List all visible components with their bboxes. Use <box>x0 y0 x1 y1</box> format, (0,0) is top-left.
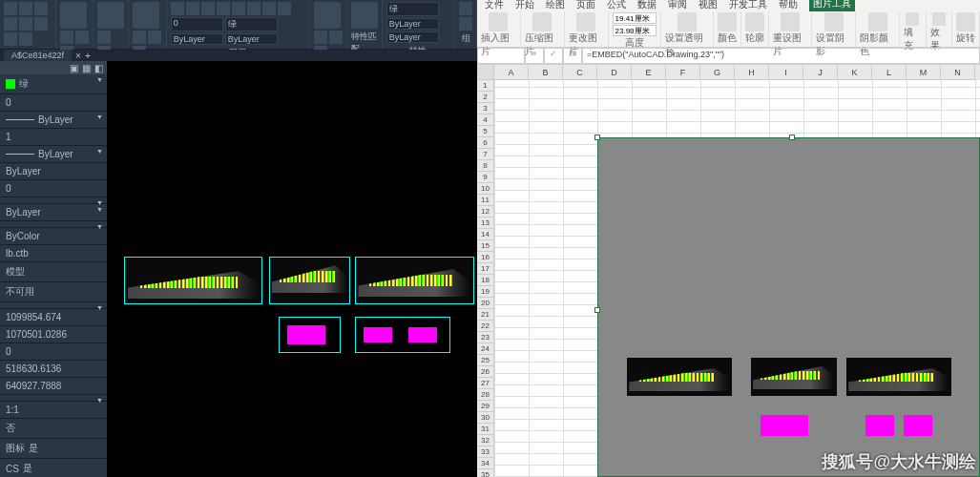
column-headers[interactable]: ABCDEFGHIJKLMN <box>477 65 980 80</box>
ribbon-tab[interactable]: 开发工具 <box>729 0 767 11</box>
ribbon-button[interactable] <box>678 12 697 31</box>
formula-input[interactable]: =EMBED("AutoCAD.Drawing.23","") <box>582 48 980 64</box>
row-header[interactable]: 17 <box>477 263 494 275</box>
row-header[interactable]: 28 <box>477 389 494 401</box>
property-row[interactable]: 不可用 <box>0 282 107 302</box>
ribbon-icon[interactable] <box>19 17 32 31</box>
property-row[interactable]: ▼ByLayer <box>0 204 107 221</box>
ribbon-dropdown[interactable]: ByLayer <box>171 33 223 45</box>
row-header[interactable]: 7 <box>477 149 494 160</box>
ribbon-icon[interactable] <box>459 2 472 15</box>
ribbon-icon[interactable] <box>262 2 276 15</box>
ribbon-button[interactable] <box>60 2 87 29</box>
row-header[interactable]: 10 <box>477 183 494 195</box>
ribbon-icon[interactable] <box>19 32 32 46</box>
drawing-view[interactable] <box>355 317 450 353</box>
row-header[interactable]: 21 <box>477 309 494 321</box>
row-header[interactable]: 14 <box>477 229 494 240</box>
name-box[interactable] <box>477 48 525 64</box>
ribbon-icon[interactable] <box>4 17 17 31</box>
column-header[interactable]: I <box>769 65 803 80</box>
row-header[interactable]: 13 <box>477 218 494 229</box>
property-row[interactable]: ▼ <box>0 395 107 402</box>
row-header[interactable]: 29 <box>477 401 494 412</box>
row-header[interactable]: 16 <box>477 252 494 263</box>
row-header[interactable]: 9 <box>477 172 494 183</box>
ribbon-tab[interactable]: 文件 <box>485 0 504 11</box>
row-header[interactable]: 35 <box>477 469 494 477</box>
ribbon-icon[interactable] <box>201 2 215 15</box>
ribbon-button[interactable] <box>314 2 341 29</box>
ribbon-dropdown[interactable]: 绿 <box>225 17 278 31</box>
resize-handle[interactable] <box>594 135 600 140</box>
ribbon-icon[interactable] <box>34 17 48 31</box>
property-row[interactable]: 0 <box>0 180 107 197</box>
ribbon-tab[interactable]: 审阅 <box>668 0 687 11</box>
ribbon-button[interactable] <box>868 12 887 31</box>
row-header[interactable]: 18 <box>477 275 494 286</box>
ribbon-dropdown[interactable]: 绿 <box>386 2 439 16</box>
drawing-view[interactable] <box>269 257 350 304</box>
ribbon-dropdown[interactable]: ByLayer <box>386 18 439 30</box>
cells[interactable] <box>494 80 980 477</box>
drawing-view[interactable] <box>124 257 262 304</box>
row-header[interactable]: 20 <box>477 298 494 309</box>
row-header[interactable]: 27 <box>477 378 494 389</box>
ribbon-icon[interactable] <box>34 2 48 15</box>
ribbon-tab[interactable]: 页面 <box>576 0 595 11</box>
row-header[interactable]: 3 <box>477 103 494 114</box>
ribbon-dropdown[interactable]: ByLayer <box>225 33 278 45</box>
property-row[interactable]: 1 <box>0 129 107 146</box>
column-header[interactable]: N <box>941 65 975 80</box>
property-row[interactable]: ByColor <box>0 228 107 245</box>
property-row[interactable]: ▼绿 <box>0 74 107 94</box>
ribbon-icon[interactable] <box>97 31 111 44</box>
height-input[interactable] <box>613 12 657 24</box>
ribbon-icon[interactable] <box>60 31 73 44</box>
ribbon-button[interactable] <box>932 12 946 26</box>
confirm-icon[interactable]: ✓ <box>544 48 563 64</box>
embedded-autocad-object[interactable] <box>597 137 980 477</box>
fx-icon[interactable]: fx <box>563 48 582 64</box>
column-header[interactable]: K <box>838 65 872 80</box>
row-header[interactable]: 8 <box>477 160 494 172</box>
ribbon-button[interactable] <box>489 12 508 31</box>
property-row[interactable]: 模型 <box>0 262 107 282</box>
ribbon-button[interactable] <box>906 12 919 26</box>
row-header[interactable]: 19 <box>477 286 494 298</box>
row-header[interactable]: 2 <box>477 92 494 103</box>
resize-handle[interactable] <box>594 307 600 313</box>
ribbon-tab[interactable]: 绘图 <box>546 0 565 11</box>
row-header[interactable]: 6 <box>477 137 494 149</box>
chevron-down-icon[interactable]: ▼ <box>96 148 103 155</box>
property-row[interactable]: 518630.6136 <box>0 361 107 378</box>
column-header[interactable]: C <box>563 65 597 80</box>
row-header[interactable]: 12 <box>477 206 494 218</box>
row-header[interactable]: 11 <box>477 195 494 206</box>
ribbon-button[interactable] <box>133 2 159 29</box>
cad-canvas[interactable] <box>107 61 477 477</box>
ribbon-button[interactable] <box>532 12 552 31</box>
row-header[interactable]: 4 <box>477 114 494 126</box>
property-row[interactable]: 否 <box>0 419 107 439</box>
property-row[interactable]: CS是 <box>0 459 107 477</box>
panel-icon[interactable]: ▣ <box>70 63 78 73</box>
property-row[interactable]: ▼ <box>0 302 107 309</box>
doc-tab[interactable]: A$Ce81e422f <box>4 50 72 61</box>
chevron-down-icon[interactable]: ▼ <box>96 206 103 213</box>
column-header[interactable]: D <box>597 65 632 80</box>
ribbon-icon[interactable] <box>329 31 343 44</box>
chevron-down-icon[interactable]: ▼ <box>96 114 103 120</box>
property-row[interactable]: ▼ByLayer <box>0 112 107 129</box>
property-row[interactable]: 0 <box>0 343 107 361</box>
ribbon-icon[interactable] <box>247 2 261 15</box>
spreadsheet[interactable]: ABCDEFGHIJKLMN 1234567891011121314151617… <box>477 65 980 477</box>
ribbon-dropdown[interactable]: 0 <box>171 17 223 31</box>
ribbon-tab[interactable]: 数据 <box>637 0 657 11</box>
property-row[interactable]: 1070501.0286 <box>0 326 107 343</box>
ribbon-icon[interactable] <box>4 32 17 46</box>
ribbon-icon[interactable] <box>148 31 161 44</box>
row-header[interactable]: 23 <box>477 332 494 343</box>
column-header[interactable]: A <box>494 65 529 80</box>
ribbon-icon[interactable] <box>232 2 245 15</box>
